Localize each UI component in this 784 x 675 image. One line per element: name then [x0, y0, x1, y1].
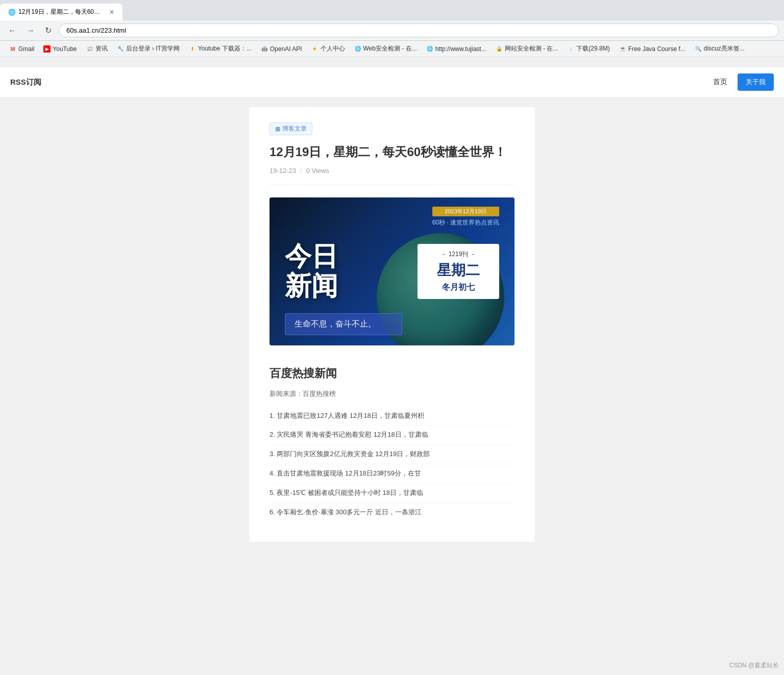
sixty-sec-date: 2023年12月19日	[432, 207, 499, 216]
bookmarks-bar: M Gmail ▶ YouTube 📰 资讯 🔧 后台登录 › IT营学网 ⬇ …	[0, 41, 784, 57]
bookmark-personal[interactable]: ★ 个人中心	[307, 43, 349, 55]
bookmark-discuz[interactable]: 🔍 discuz亮米签...	[691, 43, 749, 55]
banner-bottom: 生命不息，奋斗不止。	[285, 313, 402, 335]
tag-icon: ▦	[275, 126, 280, 132]
tujiast-icon: 🌐	[426, 45, 433, 53]
banner-title-line2: 新闻	[285, 271, 338, 301]
java-icon: ☕	[619, 45, 626, 53]
websec-icon: 🌐	[354, 45, 361, 53]
tab-close-button[interactable]: ✕	[109, 9, 114, 16]
article-date: 19-12-23	[270, 167, 296, 174]
forward-button[interactable]: →	[23, 24, 38, 37]
about-button[interactable]: 关于我	[738, 73, 774, 91]
active-tab[interactable]: 🌐 12月19日，星期二，每天60秒读懂全世界！ ✕	[0, 4, 122, 20]
weekday-label: 星期二	[428, 261, 489, 280]
news-text-4: 直击甘肃地震救援现场 12月18日23时59分，在甘	[277, 469, 421, 477]
tab-title: 12月19日，星期二，每天60秒读懂全世界！	[18, 8, 106, 16]
home-link[interactable]: 首页	[713, 78, 727, 87]
back-button[interactable]: ←	[5, 24, 19, 37]
news-item-2: 2. 灾民痛哭 青海省委书记抱着安慰 12月18日，甘肃临	[270, 426, 514, 445]
news-item-3: 3. 两部门向灾区预拨2亿元救灾资金 12月19日，财政部	[270, 445, 514, 464]
meta-divider: /	[300, 167, 302, 174]
news-text-5: 夜里-15℃ 被困者或只能坚持十小时 18日，甘肃临	[277, 489, 423, 496]
news-list: 1. 甘肃地震已致127人遇难 12月18日，甘肃临夏州积 2. 灾民痛哭 青海…	[270, 407, 514, 522]
news-num-5: 5	[270, 489, 273, 496]
bookmark-openai[interactable]: 🤖 OpenAI API	[257, 44, 306, 54]
url-input[interactable]	[66, 27, 771, 34]
featured-image: 今日 新闻 2023年12月19日 60秒 · 速览世界热点资讯 － 1219刊…	[270, 197, 514, 345]
edition-line: － 1219刊 －	[428, 250, 489, 259]
backend-icon: 🔧	[117, 45, 124, 53]
site-header: RSS订阅 首页 关于我	[0, 67, 784, 97]
tag-badge: ▦ 博客文章	[270, 122, 312, 135]
bookmark-websec-label: Web安全检测 - 在...	[363, 44, 417, 53]
bookmark-tujiast[interactable]: 🌐 http://www.tujiast...	[422, 44, 491, 54]
sixty-sec-text: 60秒 · 速览世界热点资讯	[432, 218, 499, 227]
bookmark-websec2-label: 网站安全检测 - 在...	[505, 44, 558, 53]
bookmark-personal-label: 个人中心	[321, 44, 345, 53]
reload-button[interactable]: ↻	[42, 23, 55, 37]
article-container: ▦ 博客文章 12月19日，星期二，每天60秒读懂全世界！ 19-12-23 /…	[249, 107, 535, 542]
csdn-watermark: CSDN @夏柔站长	[729, 661, 779, 669]
bookmark-download-label: 下载(29.8M)	[576, 44, 609, 53]
bookmark-websec2[interactable]: 🔒 网站安全检测 - 在...	[492, 43, 562, 55]
news-icon: 📰	[86, 45, 93, 53]
bookmark-youtube[interactable]: ▶ YouTube	[39, 44, 81, 54]
bookmark-tujiast-label: http://www.tujiast...	[435, 45, 486, 53]
news-item-6: 6. 令车厢乞·鱼价·暴涨 300多元一斤 近日，一条浙江	[270, 503, 514, 522]
bookmark-download[interactable]: ↓ 下载(29.8M)	[563, 43, 614, 55]
ytdl-icon: ⬇	[189, 45, 196, 53]
bookmark-openai-label: OpenAI API	[270, 45, 302, 53]
personal-icon: ★	[311, 45, 318, 53]
article-divider	[270, 185, 514, 185]
discuz-icon: 🔍	[695, 45, 702, 53]
page-wrapper: RSS订阅 首页 关于我 ▦ 博客文章 12月19日，星期二，每天60秒读懂全世…	[0, 57, 784, 669]
site-logo: RSS订阅	[10, 78, 41, 87]
info-card: － 1219刊 － 星期二 冬月初七	[418, 244, 499, 299]
bookmark-ytdl-label: Youtube 下载器：...	[198, 44, 252, 53]
websec2-icon: 🔒	[496, 45, 503, 53]
motto-text: 生命不息，奋斗不止。	[295, 319, 376, 328]
bookmark-java-label: Free Java Course f...	[628, 45, 685, 53]
bookmark-news[interactable]: 📰 资讯	[82, 43, 112, 55]
tag-label: 博客文章	[282, 124, 307, 133]
news-text-2: 灾民痛哭 青海省委书记抱着安慰 12月18日，甘肃临	[277, 431, 428, 438]
bookmark-youtube-label: YouTube	[53, 45, 77, 53]
news-text-1: 甘肃地震已致127人遇难 12月18日，甘肃临夏州积	[277, 412, 424, 419]
news-num-6: 6	[270, 508, 273, 516]
news-banner: 今日 新闻 2023年12月19日 60秒 · 速览世界热点资讯 － 1219刊…	[270, 197, 514, 345]
news-item-4: 4. 直击甘肃地震救援现场 12月18日23时59分，在甘	[270, 464, 514, 484]
news-text-3: 两部门向灾区预拨2亿元救灾资金 12月19日，财政部	[277, 450, 430, 458]
news-item-1: 1. 甘肃地震已致127人遇难 12月18日，甘肃临夏州积	[270, 407, 514, 426]
bookmark-gmail-label: Gmail	[18, 45, 34, 53]
tab-bar: 🌐 12月19日，星期二，每天60秒读懂全世界！ ✕	[0, 0, 784, 20]
youtube-icon: ▶	[43, 45, 51, 53]
bookmark-gmail[interactable]: M Gmail	[5, 44, 38, 54]
sixty-sec-label: 2023年12月19日 60秒 · 速览世界热点资讯	[432, 207, 499, 227]
bookmark-news-label: 资讯	[95, 44, 108, 53]
news-num-2: 2	[270, 431, 273, 438]
article-title: 12月19日，星期二，每天60秒读懂全世界！	[270, 143, 514, 161]
openai-icon: 🤖	[261, 45, 268, 53]
browser-chrome: 🌐 12月19日，星期二，每天60秒读懂全世界！ ✕ ← → ↻ M Gmail…	[0, 0, 784, 57]
hot-news-section: 百度热搜新闻 新闻来源：百度热搜榜 1. 甘肃地震已致127人遇难 12月18日…	[270, 366, 514, 522]
news-num-4: 4	[270, 469, 273, 477]
address-bar[interactable]	[59, 23, 779, 37]
bookmark-ytdl[interactable]: ⬇ Youtube 下载器：...	[185, 43, 256, 55]
bookmark-backend[interactable]: 🔧 后台登录 › IT营学网	[113, 43, 184, 55]
header-nav: 首页 关于我	[713, 73, 774, 91]
motto-box: 生命不息，奋斗不止。	[285, 313, 402, 335]
hot-news-title: 百度热搜新闻	[270, 366, 514, 381]
news-num-3: 3	[270, 450, 273, 458]
lunar-date: 冬月初七	[428, 282, 489, 293]
article-views: 0 Views	[306, 167, 329, 174]
bookmark-java[interactable]: ☕ Free Java Course f...	[615, 44, 690, 54]
bookmark-websec[interactable]: 🌐 Web安全检测 - 在...	[350, 43, 421, 55]
bookmark-discuz-label: discuz亮米签...	[704, 44, 745, 53]
bookmark-backend-label: 后台登录 › IT营学网	[126, 44, 180, 53]
browser-toolbar: ← → ↻	[0, 20, 784, 41]
news-item-5: 5. 夜里-15℃ 被困者或只能坚持十小时 18日，甘肃临	[270, 484, 514, 503]
news-num-1: 1	[270, 412, 273, 419]
download-icon: ↓	[567, 45, 574, 53]
news-source: 新闻来源：百度热搜榜	[270, 389, 514, 398]
